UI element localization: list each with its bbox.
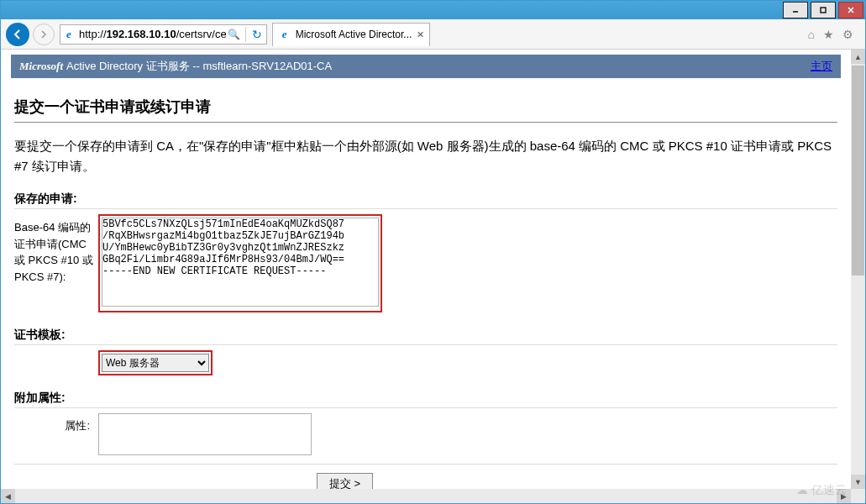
page-content: Microsoft Active Directory 证书服务 -- msftl… bbox=[1, 50, 851, 489]
page-heading: 提交一个证书申请或续订申请 bbox=[14, 97, 837, 123]
scroll-corner bbox=[851, 489, 865, 503]
minimize-button[interactable] bbox=[783, 2, 808, 18]
address-bar[interactable]: e http://192.168.10.10/certsrv/ce 🔍 ↻ bbox=[60, 24, 267, 45]
intro-text: 要提交一个保存的申请到 CA，在"保存的申请"框中粘贴一个由外部源(如 Web … bbox=[14, 136, 837, 176]
browser-window: e http://192.168.10.10/certsrv/ce 🔍 ↻ e … bbox=[0, 0, 866, 504]
scroll-track[interactable] bbox=[851, 64, 865, 475]
search-icon[interactable]: 🔍 bbox=[227, 29, 242, 40]
scroll-thumb[interactable] bbox=[852, 66, 864, 276]
tab-title: Microsoft Active Director... bbox=[296, 29, 412, 40]
submit-row: 提交 > bbox=[14, 464, 837, 489]
saved-request-row: Base-64 编码的证书申请(CMC 或 PKCS #10 或 PKCS #7… bbox=[14, 214, 837, 312]
saved-request-side-label: Base-64 编码的证书申请(CMC 或 PKCS #10 或 PKCS #7… bbox=[14, 214, 98, 285]
browser-tab[interactable]: e Microsoft Active Director... ✕ bbox=[272, 23, 431, 46]
ms-banner: Microsoft Active Directory 证书服务 -- msftl… bbox=[11, 55, 841, 78]
template-highlight: Web 服务器 bbox=[98, 350, 213, 375]
attributes-label: 附加属性: bbox=[14, 391, 837, 408]
template-row: Web 服务器 bbox=[14, 350, 837, 375]
attributes-side-label: 属性: bbox=[14, 413, 98, 433]
forward-button[interactable] bbox=[33, 24, 55, 45]
saved-request-label: 保存的申请: bbox=[14, 192, 837, 209]
scroll-down-button[interactable]: ▼ bbox=[851, 475, 865, 489]
nav-toolbar: e http://192.168.10.10/certsrv/ce 🔍 ↻ e … bbox=[1, 19, 865, 50]
separator bbox=[245, 27, 246, 42]
banner-text: Active Directory 证书服务 -- msftlearn-SRV12… bbox=[66, 59, 332, 74]
close-button[interactable] bbox=[838, 2, 863, 18]
watermark: ☁ 亿速云 bbox=[796, 483, 847, 498]
tools-icon[interactable]: ⚙ bbox=[842, 28, 853, 41]
saved-request-highlight bbox=[98, 214, 382, 312]
window-titlebar bbox=[1, 1, 865, 19]
ie-icon: e bbox=[62, 28, 76, 41]
attributes-row: 属性: bbox=[14, 413, 837, 455]
refresh-icon[interactable]: ↻ bbox=[249, 28, 265, 41]
toolbar-right-icons: ⌂ ★ ⚙ bbox=[808, 28, 860, 41]
submit-button[interactable]: 提交 > bbox=[317, 473, 373, 489]
attributes-textarea[interactable] bbox=[98, 413, 312, 455]
svg-rect-1 bbox=[821, 8, 826, 13]
home-link[interactable]: 主页 bbox=[811, 59, 832, 74]
scroll-left-button[interactable]: ◀ bbox=[1, 489, 15, 503]
cert-request-textarea[interactable] bbox=[102, 218, 379, 307]
template-select[interactable]: Web 服务器 bbox=[102, 354, 209, 372]
home-icon[interactable]: ⌂ bbox=[808, 28, 815, 41]
tab-close-icon[interactable]: ✕ bbox=[417, 29, 424, 40]
template-label: 证书模板: bbox=[14, 328, 837, 345]
back-button[interactable] bbox=[6, 23, 29, 46]
url-text: http://192.168.10.10/certsrv/ce bbox=[79, 28, 227, 40]
ie-tab-icon: e bbox=[278, 28, 291, 41]
scroll-track-h[interactable] bbox=[15, 489, 837, 503]
cert-request-form: 提交一个证书申请或续订申请 要提交一个保存的申请到 CA，在"保存的申请"框中粘… bbox=[11, 78, 841, 489]
vertical-scrollbar[interactable]: ▲ ▼ bbox=[851, 50, 865, 489]
maximize-button[interactable] bbox=[811, 2, 836, 18]
horizontal-scrollbar[interactable]: ◀ ▶ bbox=[1, 489, 851, 503]
favorites-icon[interactable]: ★ bbox=[823, 28, 834, 41]
scroll-up-button[interactable]: ▲ bbox=[851, 50, 865, 64]
ms-logo-text: Microsoft bbox=[19, 60, 63, 73]
